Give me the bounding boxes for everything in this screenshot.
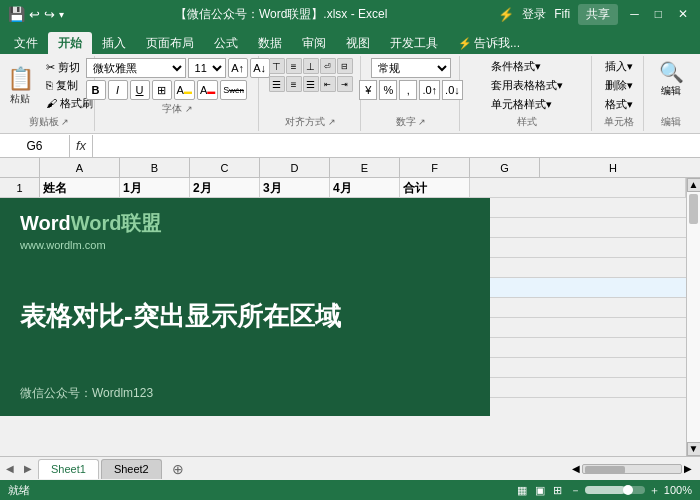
- conditional-format-button[interactable]: 条件格式▾: [487, 58, 545, 75]
- h-scroll-thumb[interactable]: [585, 466, 625, 474]
- cell-f1[interactable]: 合计: [400, 178, 470, 197]
- row-header-1[interactable]: 1: [0, 178, 40, 197]
- scroll-sheets-right[interactable]: ▶: [20, 461, 36, 477]
- tab-insert[interactable]: 插入: [92, 32, 136, 54]
- vertical-scrollbar[interactable]: ▲ ▼: [686, 178, 700, 456]
- indent-decrease-button[interactable]: ⇤: [320, 76, 336, 92]
- cell-e1[interactable]: 4月: [330, 178, 400, 197]
- col-header-b[interactable]: B: [120, 158, 190, 177]
- align-right-button[interactable]: ☰: [303, 76, 319, 92]
- sheet-tab-sheet1[interactable]: Sheet1: [38, 459, 99, 479]
- insert-cells-button[interactable]: 插入▾: [601, 58, 637, 75]
- font-color-button[interactable]: A▬: [197, 80, 218, 100]
- col-header-c[interactable]: C: [190, 158, 260, 177]
- scroll-up-button[interactable]: ▲: [687, 178, 701, 192]
- tab-developer[interactable]: 开发工具: [380, 32, 448, 54]
- tab-layout[interactable]: 页面布局: [136, 32, 204, 54]
- tab-data[interactable]: 数据: [248, 32, 292, 54]
- align-bottom-button[interactable]: ⊥: [303, 58, 319, 74]
- cell-g7[interactable]: [470, 298, 686, 317]
- merge-button[interactable]: ⊟: [337, 58, 353, 74]
- zoom-handle[interactable]: [623, 485, 633, 495]
- comma-button[interactable]: ,: [399, 80, 417, 100]
- edit-button[interactable]: 🔍 编辑: [657, 58, 686, 100]
- col-header-h[interactable]: H: [540, 158, 686, 177]
- cell-g2[interactable]: [470, 198, 686, 217]
- percent-button[interactable]: %: [379, 80, 397, 100]
- decrease-decimal-button[interactable]: .0↓: [442, 80, 463, 100]
- col-header-f[interactable]: F: [400, 158, 470, 177]
- view-normal-icon[interactable]: ▦: [517, 484, 527, 497]
- sheet-tab-sheet2[interactable]: Sheet2: [101, 459, 162, 479]
- zoom-out-button[interactable]: －: [570, 483, 581, 498]
- cell-g6[interactable]: [470, 278, 686, 297]
- fill-color-button[interactable]: A▬: [174, 80, 195, 100]
- cell-g10[interactable]: [470, 358, 686, 377]
- tab-view[interactable]: 视图: [336, 32, 380, 54]
- cell-g3[interactable]: [470, 218, 686, 237]
- paste-button[interactable]: 📋 粘贴: [1, 64, 40, 108]
- tab-formula[interactable]: 公式: [204, 32, 248, 54]
- undo-icon[interactable]: ↩: [29, 7, 40, 22]
- view-preview-icon[interactable]: ⊞: [553, 484, 562, 497]
- tab-home[interactable]: 开始: [48, 32, 92, 54]
- tab-file[interactable]: 文件: [4, 32, 48, 54]
- tab-review[interactable]: 审阅: [292, 32, 336, 54]
- align-center-button[interactable]: ≡: [286, 76, 302, 92]
- align-left-button[interactable]: ☰: [269, 76, 285, 92]
- scroll-thumb[interactable]: [689, 194, 698, 224]
- scroll-track[interactable]: [687, 192, 700, 442]
- scroll-sheets-left[interactable]: ◀: [2, 461, 18, 477]
- view-layout-icon[interactable]: ▣: [535, 484, 545, 497]
- redo-icon[interactable]: ↪: [44, 7, 55, 22]
- col-header-e[interactable]: E: [330, 158, 400, 177]
- maximize-button[interactable]: □: [651, 7, 666, 21]
- currency-button[interactable]: ¥: [359, 80, 377, 100]
- number-format-select[interactable]: 常规: [371, 58, 451, 78]
- cell-g5[interactable]: [470, 258, 686, 277]
- wrap-text-button[interactable]: ⏎: [320, 58, 336, 74]
- formula-input[interactable]: [93, 139, 700, 153]
- cell-b1[interactable]: 1月: [120, 178, 190, 197]
- font-name-select[interactable]: 微软雅黑: [86, 58, 186, 78]
- cell-c1[interactable]: 2月: [190, 178, 260, 197]
- border-button[interactable]: ⊞: [152, 80, 172, 100]
- cell-g4[interactable]: [470, 238, 686, 257]
- scroll-right-button[interactable]: ▶: [684, 463, 692, 474]
- scroll-left-button[interactable]: ◀: [572, 463, 580, 474]
- indent-increase-button[interactable]: ⇥: [337, 76, 353, 92]
- login-button[interactable]: 登录: [522, 6, 546, 23]
- zoom-slider[interactable]: [585, 486, 645, 494]
- cell-g9[interactable]: [470, 338, 686, 357]
- col-header-d[interactable]: D: [260, 158, 330, 177]
- increase-decimal-button[interactable]: .0↑: [419, 80, 440, 100]
- close-button[interactable]: ✕: [674, 7, 692, 21]
- format-cells-button[interactable]: 格式▾: [601, 96, 637, 113]
- save-icon[interactable]: 💾: [8, 6, 25, 22]
- cell-d1[interactable]: 3月: [260, 178, 330, 197]
- cell-reference[interactable]: G6: [0, 135, 70, 157]
- share-button[interactable]: 共享: [578, 4, 618, 25]
- cell-style-button[interactable]: 单元格样式▾: [487, 96, 556, 113]
- increase-font-button[interactable]: A↑: [228, 58, 248, 78]
- col-header-a[interactable]: A: [40, 158, 120, 177]
- italic-button[interactable]: I: [108, 80, 128, 100]
- minimize-button[interactable]: ─: [626, 7, 643, 21]
- cell-g8[interactable]: [470, 318, 686, 337]
- cell-a1[interactable]: 姓名: [40, 178, 120, 197]
- zoom-in-button[interactable]: ＋: [649, 483, 660, 498]
- h-scroll-track[interactable]: [582, 464, 682, 474]
- table-format-button[interactable]: 套用表格格式▾: [487, 77, 567, 94]
- delete-cells-button[interactable]: 删除▾: [601, 77, 637, 94]
- strikethrough-button[interactable]: Swén: [220, 80, 247, 100]
- scroll-down-button[interactable]: ▼: [687, 442, 701, 456]
- align-middle-button[interactable]: ≡: [286, 58, 302, 74]
- tab-tell-me[interactable]: ⚡ 告诉我...: [448, 32, 530, 54]
- align-top-button[interactable]: ⊤: [269, 58, 285, 74]
- col-header-g[interactable]: G: [470, 158, 540, 177]
- underline-button[interactable]: U: [130, 80, 150, 100]
- font-size-select[interactable]: 11: [188, 58, 226, 78]
- bold-button[interactable]: B: [86, 80, 106, 100]
- cell-g1[interactable]: [470, 178, 686, 197]
- add-sheet-button[interactable]: ⊕: [168, 459, 188, 479]
